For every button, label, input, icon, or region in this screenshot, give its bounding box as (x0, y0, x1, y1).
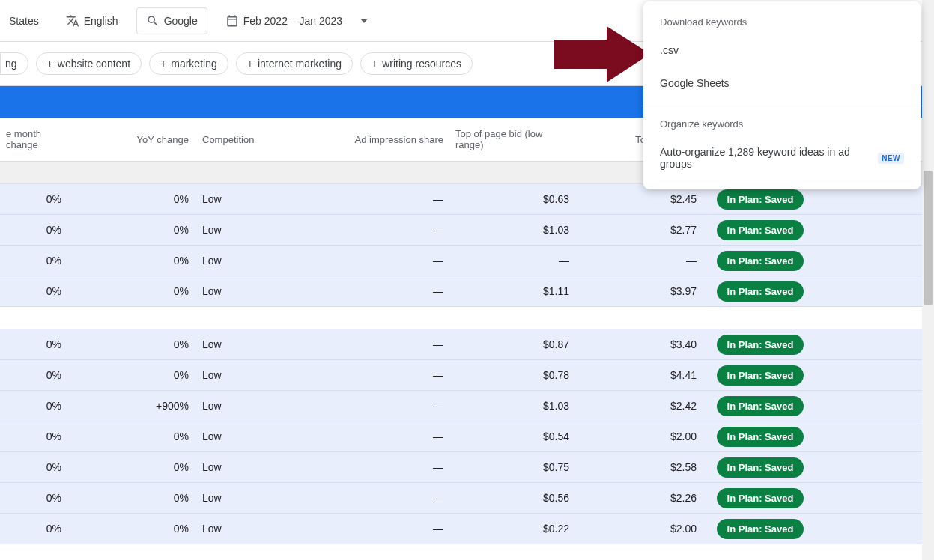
table-section-gap (0, 307, 934, 329)
in-plan-saved-button[interactable]: In Plan: Saved (717, 365, 804, 386)
cell-high-bid: $2.77 (577, 215, 704, 245)
cell-high-bid: — (577, 246, 704, 276)
cell-high-bid: $3.97 (577, 276, 704, 306)
cell-month-change: 0% (0, 452, 67, 482)
menu-item-csv[interactable]: .csv (643, 34, 921, 67)
cell-ad-impression: — (322, 329, 449, 359)
in-plan-saved-button[interactable]: In Plan: Saved (717, 281, 804, 302)
cell-competition: Low (195, 421, 322, 451)
network-label: Google (164, 15, 198, 27)
menu-section-organize-title: Organize keywords (643, 112, 921, 136)
table-row[interactable]: 0%0%Low—$0.78$4.41In Plan: Saved (0, 360, 934, 391)
cell-yoy-change: 0% (67, 276, 195, 306)
menu-item-google-sheets[interactable]: Google Sheets (643, 67, 921, 100)
menu-section-download-title: Download keywords (643, 10, 921, 34)
in-plan-saved-button[interactable]: In Plan: Saved (717, 519, 804, 539)
cell-high-bid: $2.26 (577, 483, 704, 513)
cell-high-bid: $2.00 (577, 514, 704, 544)
cell-month-change: 0% (0, 276, 67, 306)
cell-high-bid: $2.42 (577, 391, 704, 421)
col-header-ad-impression[interactable]: Ad impression share (322, 118, 449, 161)
in-plan-saved-button[interactable]: In Plan: Saved (717, 335, 804, 355)
table-body-bottom: 0%0%Low—$0.87$3.40In Plan: Saved0%0%Low—… (0, 329, 934, 544)
cell-status: In Plan: Saved (704, 215, 816, 245)
plus-icon: + (160, 58, 166, 70)
in-plan-saved-button[interactable]: In Plan: Saved (717, 427, 804, 447)
cell-yoy-change: +900% (67, 391, 195, 421)
cell-competition: Low (195, 514, 322, 544)
cell-month-change: 0% (0, 360, 67, 390)
cell-ad-impression: — (322, 452, 449, 482)
cell-competition: Low (195, 391, 322, 421)
table-row[interactable]: 0%+900%Low—$1.03$2.42In Plan: Saved (0, 391, 934, 421)
cell-yoy-change: 0% (67, 329, 195, 359)
col-header-month-change[interactable]: e month change (0, 118, 67, 161)
cell-status: In Plan: Saved (704, 246, 816, 276)
cell-ad-impression: — (322, 391, 449, 421)
table-row[interactable]: 0%0%Low—$0.54$2.00In Plan: Saved (0, 421, 934, 452)
location-label: States (9, 15, 39, 27)
cell-low-bid: — (449, 246, 577, 276)
filter-chip-partial[interactable]: ng (0, 52, 28, 75)
language-selector[interactable]: English (57, 8, 127, 34)
col-header-competition[interactable]: Competition (195, 118, 322, 161)
table-row[interactable]: 0%0%Low—$0.87$3.40In Plan: Saved (0, 329, 934, 360)
scrollbar-thumb[interactable] (924, 171, 933, 305)
annotation-arrow-icon (554, 26, 652, 82)
chip-label: writing resources (382, 58, 461, 70)
filter-chip-website-content[interactable]: + website content (36, 52, 142, 75)
cell-month-change: 0% (0, 421, 67, 451)
cell-status: In Plan: Saved (704, 360, 816, 390)
cell-high-bid: $2.00 (577, 421, 704, 451)
new-badge: NEW (878, 153, 904, 164)
cell-competition: Low (195, 483, 322, 513)
table-row[interactable]: 0%0%Low—$1.11$3.97In Plan: Saved (0, 276, 934, 307)
cell-month-change: 0% (0, 215, 67, 245)
cell-yoy-change: 0% (67, 452, 195, 482)
cell-ad-impression: — (322, 360, 449, 390)
table-row[interactable]: 0%0%Low—$0.22$2.00In Plan: Saved (0, 514, 934, 544)
plus-icon: + (372, 58, 377, 70)
in-plan-saved-button[interactable]: In Plan: Saved (717, 488, 804, 508)
in-plan-saved-button[interactable]: In Plan: Saved (717, 189, 804, 210)
menu-item-auto-organize[interactable]: Auto-organize 1,289 keyword ideas in ad … (643, 136, 921, 180)
table-row[interactable]: 0%0%Low—$1.03$2.77In Plan: Saved (0, 215, 934, 246)
cell-ad-impression: — (322, 184, 449, 214)
in-plan-saved-button[interactable]: In Plan: Saved (717, 457, 804, 478)
location-selector[interactable]: States (0, 9, 48, 33)
cell-month-change: 0% (0, 514, 67, 544)
cell-status: In Plan: Saved (704, 276, 816, 306)
cell-competition: Low (195, 276, 322, 306)
menu-item-label: .csv (660, 44, 679, 56)
cell-yoy-change: 0% (67, 215, 195, 245)
in-plan-saved-button[interactable]: In Plan: Saved (717, 251, 804, 271)
chip-label: website content (58, 58, 130, 70)
table-row[interactable]: 0%0%Low———In Plan: Saved (0, 246, 934, 276)
table-row[interactable]: 0%0%Low—$0.75$2.58In Plan: Saved (0, 452, 934, 483)
search-icon (146, 14, 160, 28)
cell-ad-impression: — (322, 421, 449, 451)
menu-item-label: Google Sheets (660, 77, 730, 89)
col-header-yoy-change[interactable]: YoY change (67, 118, 195, 161)
filter-chip-internet-marketing[interactable]: + internet marketing (236, 52, 353, 75)
cell-status: In Plan: Saved (704, 514, 816, 544)
chip-label: ng (5, 58, 17, 70)
col-header-low-bid[interactable]: Top of page bid (low range) (449, 118, 577, 161)
table-row[interactable]: 0%0%Low—$0.56$2.26In Plan: Saved (0, 483, 934, 514)
cell-low-bid: $1.03 (449, 391, 577, 421)
cell-ad-impression: — (322, 215, 449, 245)
in-plan-saved-button[interactable]: In Plan: Saved (717, 396, 804, 416)
network-selector[interactable]: Google (136, 7, 207, 34)
in-plan-saved-button[interactable]: In Plan: Saved (717, 220, 804, 240)
cell-status: In Plan: Saved (704, 391, 816, 421)
cell-ad-impression: — (322, 246, 449, 276)
cell-low-bid: $0.22 (449, 514, 577, 544)
vertical-scrollbar[interactable] (922, 0, 934, 560)
cell-competition: Low (195, 184, 322, 214)
daterange-selector[interactable]: Feb 2022 – Jan 2023 (216, 8, 377, 34)
filter-chip-marketing[interactable]: + marketing (149, 52, 228, 75)
cell-month-change: 0% (0, 329, 67, 359)
filter-chip-writing-resources[interactable]: + writing resources (360, 52, 473, 75)
language-label: English (84, 15, 118, 27)
cell-month-change: 0% (0, 483, 67, 513)
